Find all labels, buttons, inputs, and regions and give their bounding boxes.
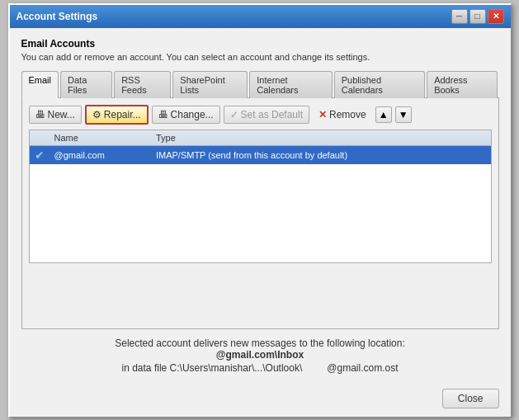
- new-icon: 🖶: [35, 109, 45, 120]
- window-close-button[interactable]: ✕: [488, 9, 504, 24]
- footer-line1: Selected account delivers new messages t…: [21, 337, 499, 349]
- tab-rss-feeds[interactable]: RSS Feeds: [114, 71, 171, 98]
- accounts-toolbar: 🖶 New... ⚙ Repair... 🖶 Change... ✓ Set a…: [29, 105, 492, 125]
- change-label: Change...: [171, 109, 214, 120]
- section-header: Email Accounts: [21, 38, 499, 50]
- title-bar: Account Settings ─ □ ✕: [10, 5, 511, 28]
- set-default-label: Set as Default: [241, 109, 303, 120]
- footer-path-line: in data file C:\Users\manishar\...\Outlo…: [21, 362, 499, 374]
- new-label: New...: [48, 109, 75, 120]
- up-arrow-icon: ▲: [379, 109, 389, 120]
- row-check: ✔: [29, 145, 50, 164]
- accounts-table: Name Type ✔ @gmail.com IMAP/SMTP (send f…: [29, 130, 492, 264]
- tab-data-files[interactable]: Data Files: [60, 71, 112, 98]
- remove-x-icon: ✕: [318, 109, 327, 120]
- footer-ost: @gmail.com.ost: [327, 362, 398, 374]
- check-icon: ✓: [230, 109, 238, 120]
- footer-location: @gmail.com\Inbox: [21, 349, 499, 361]
- repair-button[interactable]: ⚙ Repair...: [85, 105, 149, 125]
- window-title: Account Settings: [17, 11, 98, 22]
- window-body: Email Accounts You can add or remove an …: [10, 28, 511, 382]
- repair-icon: ⚙: [92, 109, 101, 120]
- set-default-button[interactable]: ✓ Set as Default: [224, 106, 309, 124]
- change-button[interactable]: 🖶 Change...: [152, 106, 220, 124]
- new-button[interactable]: 🖶 New...: [29, 106, 82, 124]
- col-type-header: Type: [151, 130, 491, 145]
- tab-sharepoint[interactable]: SharePoint Lists: [172, 71, 248, 98]
- tab-published-calendars[interactable]: Published Calendars: [334, 71, 425, 98]
- checkmark-icon: ✔: [35, 149, 45, 162]
- table-row[interactable]: ✔ @gmail.com IMAP/SMTP (send from this a…: [29, 145, 491, 164]
- bottom-bar: Close: [10, 382, 511, 417]
- maximize-button[interactable]: □: [469, 9, 486, 24]
- down-arrow-icon: ▼: [399, 109, 408, 120]
- repair-label: Repair...: [104, 109, 141, 120]
- tab-internet-calendars[interactable]: Internet Calendars: [249, 71, 332, 98]
- section-description: You can add or remove an account. You ca…: [21, 52, 499, 62]
- tabs-bar: Email Data Files RSS Feeds SharePoint Li…: [21, 70, 499, 98]
- tab-address-books[interactable]: Address Books: [427, 71, 497, 98]
- row-name: @gmail.com: [50, 145, 151, 164]
- remove-button[interactable]: ✕ Remove: [313, 106, 372, 123]
- col-name-header: Name: [50, 130, 151, 145]
- minimize-button[interactable]: ─: [451, 9, 468, 24]
- footer-path: in data file C:\Users\manishar\...\Outlo…: [122, 362, 303, 374]
- empty-row: [29, 164, 491, 263]
- tab-email[interactable]: Email: [21, 71, 59, 98]
- remove-label: Remove: [329, 109, 366, 120]
- account-settings-window: Account Settings ─ □ ✕ Email Accounts Yo…: [8, 3, 512, 418]
- move-down-button[interactable]: ▼: [395, 106, 412, 123]
- content-panel: 🖶 New... ⚙ Repair... 🖶 Change... ✓ Set a…: [21, 98, 499, 329]
- move-up-button[interactable]: ▲: [375, 106, 392, 123]
- col-check: [29, 130, 50, 145]
- row-type: IMAP/SMTP (send from this account by def…: [151, 145, 491, 164]
- footer-section: Selected account delivers new messages t…: [21, 337, 499, 374]
- title-bar-controls: ─ □ ✕: [451, 9, 504, 24]
- close-dialog-button[interactable]: Close: [442, 389, 499, 408]
- change-icon: 🖶: [158, 109, 168, 120]
